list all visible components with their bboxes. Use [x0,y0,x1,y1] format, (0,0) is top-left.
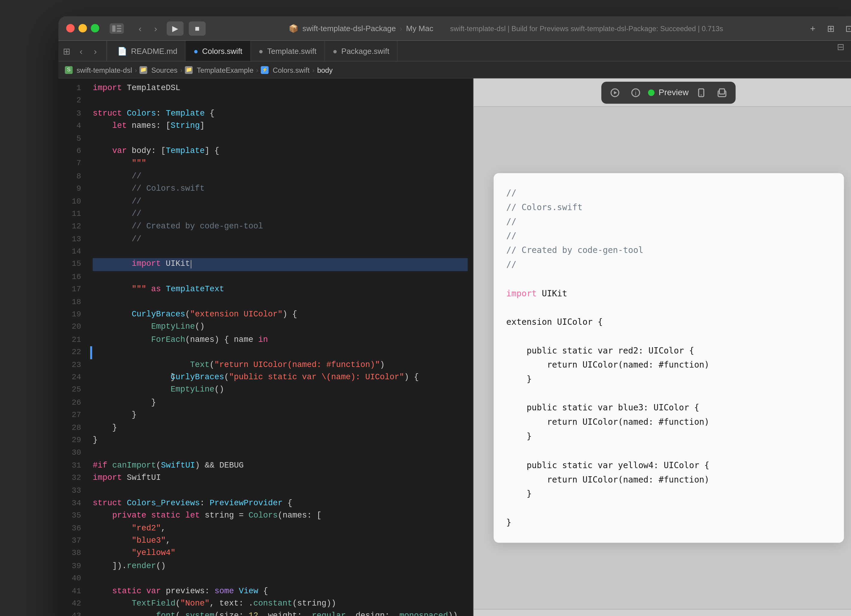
stop-button[interactable]: ■ [189,21,205,35]
filter-button[interactable]: ▤ [849,41,851,53]
preview-panel: i Preview [474,78,851,616]
breadcrumb-project[interactable]: swift-template-dsl [77,66,132,74]
code-line-39: ]).render() [93,560,468,572]
tabbar: ⊞ ‹ › 📄 README.md ● Colors.swift ● Templ… [59,41,851,62]
template-swift-icon: ● [259,47,263,56]
close-button[interactable] [66,24,75,32]
sources-breadcrumb-icon: 📁 [140,66,147,74]
code-line-17: """ as TemplateText [93,284,468,296]
maximize-button[interactable] [91,24,99,32]
code-line-38: "yellow4" [93,547,468,560]
tab-spacer [398,41,835,61]
code-line-15: import UIKit [93,258,468,271]
code-line-13: // [93,233,468,246]
code-line-25: EmptyLine() [93,384,468,397]
traffic-lights [66,24,99,32]
tab-back-button[interactable]: ‹ [75,45,87,57]
package-swift-icon: ● [333,47,337,56]
code-line-22: CurlyBraces("public static var \(name): … [93,346,468,359]
code-line-41: static var previews: some View { [93,585,468,598]
layout-button[interactable]: ⊡ [843,22,851,35]
svg-text:i: i [635,90,637,96]
preview-status-indicator [648,89,655,96]
code-line-1: import TemplateDSL [93,82,468,95]
svg-marker-5 [614,91,617,94]
code-line-18 [93,296,468,309]
preview-footer: 📌 ☰ 🔍 100% ⊕ [474,609,851,616]
nav-back-button[interactable]: ‹ [134,23,146,34]
preview-share-button[interactable] [713,84,730,101]
code-line-31: #if canImport(SwiftUI) && DEBUG [93,460,468,472]
tab-forward-button[interactable]: › [90,45,101,57]
tab-readme[interactable]: 📄 README.md [110,41,186,61]
code-lines[interactable]: import TemplateDSL struct Colors: Templa… [87,78,473,616]
svg-point-9 [701,94,701,95]
code-line-40 [93,572,468,585]
tab-template-swift[interactable]: ● Template.swift [251,41,325,61]
titlebar: ‹ › ▶ ■ 📦 swift-template-dsl-Package › M… [59,16,851,41]
file-breadcrumb-icon: ⚡ [261,66,269,74]
code-line-2 [93,95,468,107]
preview-play-button[interactable] [607,84,623,101]
line-numbers: 12345 678910 1112131415 1617181920 21222… [59,78,87,616]
code-editor[interactable]: 12345 678910 1112131415 1617181920 21222… [59,78,474,616]
device-name: My Mac [406,24,433,33]
code-line-5 [93,132,468,145]
code-line-33 [93,485,468,497]
template-breadcrumb-icon: 📁 [185,66,193,74]
breadcrumb-template-example[interactable]: TemplateExample [197,66,253,74]
tab-nav-controls: ⊞ ‹ › [61,41,107,61]
code-line-14 [93,246,468,258]
tab-package-swift[interactable]: ● Package.swift [325,41,398,61]
code-line-12: // Created by code-gen-tool [93,221,468,233]
code-line-29: } [93,434,468,447]
preview-card: // // Colors.swift // // // Created by c… [493,173,843,543]
titlebar-right-controls: + ⊞ ⊡ [806,22,851,35]
preview-info-button[interactable]: i [628,84,644,101]
code-line-6: var body: [Template] { [93,145,468,158]
code-line-30 [93,447,468,460]
run-button[interactable]: ▶ [167,21,183,35]
svg-rect-11 [719,89,724,94]
titlebar-info: 📦 swift-template-dsl-Package › My Mac sw… [211,24,801,33]
code-line-28: } [93,422,468,434]
code-line-26: } [93,397,468,409]
code-line-16 [93,271,468,284]
code-content: 12345 678910 1112131415 1617181920 21222… [59,78,473,616]
tab-grid-button[interactable]: ⊞ [61,45,73,57]
code-line-27: } [93,409,468,422]
sidebar-toggle-button[interactable] [110,23,124,33]
svg-rect-1 [117,25,121,26]
code-line-9: // Colors.swift [93,183,468,195]
split-editor-button[interactable]: ⊞ [824,22,837,35]
preview-label: Preview [659,87,689,97]
svg-rect-0 [112,25,116,32]
svg-rect-3 [117,30,121,32]
code-line-34: struct Colors_Previews: PreviewProvider … [93,497,468,510]
code-line-10: // [93,195,468,208]
xcode-window: ‹ › ▶ ■ 📦 swift-template-dsl-Package › M… [59,16,851,616]
code-line-36: "red2", [93,522,468,535]
tab-colors-swift[interactable]: ● Colors.swift [186,41,251,61]
code-line-32: import SwiftUI [93,472,468,485]
build-info: swift-template-dsl | Build for Previews … [450,24,723,32]
preview-device-button[interactable] [693,84,710,101]
preview-controls: i Preview [601,81,735,104]
readme-icon: 📄 [117,47,127,56]
minimize-button[interactable] [78,24,87,32]
code-line-37: "blue3", [93,535,468,547]
breadcrumb-body[interactable]: body [317,66,333,74]
code-line-42: TextField("None", text: .constant(string… [93,598,468,610]
inspector-toggle-button[interactable]: ⊟ [835,41,846,53]
nav-forward-button[interactable]: › [150,23,161,34]
project-name: swift-template-dsl-Package [302,24,396,33]
nav-controls: ‹ › [134,23,161,34]
sidebar-toggle-controls [110,23,124,33]
project-breadcrumb-icon: S [65,66,73,74]
code-line-21: ForEach(names) { name in [93,334,468,346]
code-line-19: CurlyBraces("extension UIColor") { [93,309,468,321]
add-editor-button[interactable]: + [806,22,819,35]
breadcrumb-colors-swift[interactable]: Colors.swift [273,66,310,74]
colors-swift-icon: ● [194,47,198,56]
breadcrumb-sources[interactable]: Sources [151,66,177,74]
